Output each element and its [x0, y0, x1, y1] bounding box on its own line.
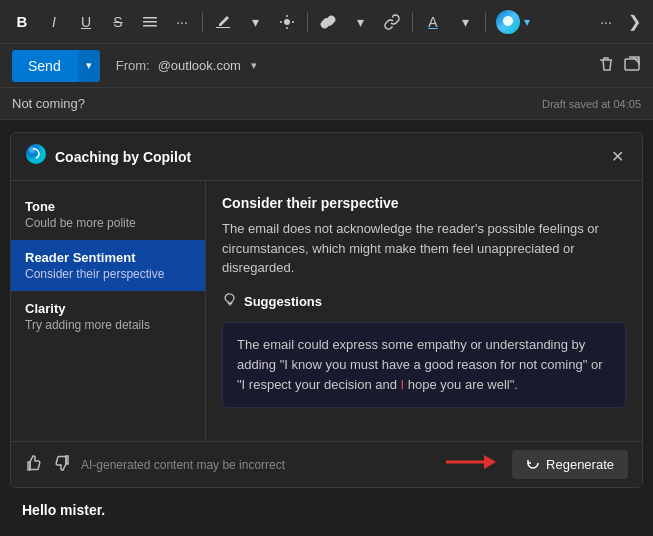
coaching-copilot-icon: [25, 143, 47, 170]
suggestion-box: The email could express some empathy or …: [222, 322, 626, 408]
red-arrow-icon: [446, 451, 496, 473]
email-greeting: Hello mister.: [22, 502, 105, 518]
coaching-item-sentiment-title: Reader Sentiment: [25, 250, 191, 265]
send-button[interactable]: Send: [12, 50, 77, 82]
coaching-item-sentiment-sub: Consider their perspective: [25, 267, 191, 281]
coaching-main-desc: The email does not acknowledge the reade…: [222, 219, 626, 278]
arrow-indicator: [446, 451, 496, 479]
link-button[interactable]: [314, 8, 342, 36]
main-content: Coaching by Copilot ✕ Tone Could be more…: [0, 120, 653, 534]
coaching-item-clarity-title: Clarity: [25, 301, 191, 316]
email-body: Hello mister.: [10, 498, 643, 522]
brightness-button[interactable]: [273, 8, 301, 36]
coaching-item-tone-sub: Could be more polite: [25, 216, 191, 230]
svg-marker-13: [484, 455, 496, 469]
coaching-body: Tone Could be more polite Reader Sentime…: [11, 181, 642, 441]
coaching-item-clarity[interactable]: Clarity Try adding more details: [11, 291, 205, 342]
from-email: @outlook.com: [158, 58, 241, 73]
delete-icon: [597, 55, 615, 73]
from-label: From:: [116, 58, 150, 73]
suggestions-title: Suggestions: [222, 292, 626, 312]
regenerate-label: Regenerate: [546, 457, 614, 472]
svg-point-3: [284, 19, 290, 25]
coaching-header: Coaching by Copilot ✕: [11, 133, 642, 181]
copilot-logo: [501, 15, 515, 29]
divider-1: [202, 12, 203, 32]
coaching-item-tone[interactable]: Tone Could be more polite: [11, 189, 205, 240]
thumbdown-button[interactable]: [53, 454, 71, 476]
coaching-main-title: Consider their perspective: [222, 195, 626, 211]
bulb-icon: [222, 292, 238, 312]
coaching-item-tone-title: Tone: [25, 199, 191, 214]
subject-bar: Not coming? Draft saved at 04:05: [0, 88, 653, 120]
coaching-item-sentiment[interactable]: Reader Sentiment Consider their perspect…: [11, 240, 205, 291]
disclaimer-text: AI-generated content may be incorrect: [81, 458, 436, 472]
coaching-item-clarity-sub: Try adding more details: [25, 318, 191, 332]
delete-button[interactable]: [597, 55, 615, 77]
toolbar-more: ··· ❯: [592, 8, 645, 36]
from-dropdown[interactable]: ▾: [251, 59, 257, 72]
draw-icon: [215, 14, 231, 30]
header-bar: Send ▾ From: @outlook.com ▾: [0, 44, 653, 88]
thumbdown-icon: [53, 454, 71, 472]
regenerate-button[interactable]: Regenerate: [512, 450, 628, 479]
divider-3: [412, 12, 413, 32]
popout-button[interactable]: [623, 55, 641, 77]
collapse-button[interactable]: ❯: [624, 10, 645, 33]
highlight-dropdown[interactable]: ▾: [451, 8, 479, 36]
draw-button[interactable]: [209, 8, 237, 36]
regenerate-icon: [526, 456, 540, 470]
coaching-panel: Coaching by Copilot ✕ Tone Could be more…: [10, 132, 643, 488]
chain-icon: [384, 14, 400, 30]
coaching-title-group: Coaching by Copilot: [25, 143, 191, 170]
bold-button[interactable]: B: [8, 8, 36, 36]
svg-rect-0: [143, 17, 157, 19]
copilot-coaching-logo: [25, 143, 47, 165]
italic-button[interactable]: I: [40, 8, 68, 36]
send-btn-group: Send ▾: [12, 50, 100, 82]
svg-point-9: [26, 144, 46, 164]
coaching-main: Consider their perspective The email doe…: [206, 181, 642, 441]
strikethrough-button[interactable]: S: [104, 8, 132, 36]
suggestions-label: Suggestions: [244, 294, 322, 309]
subject-text: Not coming?: [12, 96, 85, 111]
chain-button[interactable]: [378, 8, 406, 36]
more-format-button[interactable]: ···: [168, 8, 196, 36]
coaching-sidebar: Tone Could be more polite Reader Sentime…: [11, 181, 206, 441]
copilot-icon: [496, 10, 520, 34]
toolbar: B I U S ··· ▾ ▾: [0, 0, 653, 44]
svg-rect-11: [229, 304, 232, 305]
divider-2: [307, 12, 308, 32]
list-icon: [142, 14, 158, 30]
underline-button[interactable]: U: [72, 8, 100, 36]
link-dropdown[interactable]: ▾: [346, 8, 374, 36]
lightbulb-icon: [222, 292, 238, 308]
copilot-button[interactable]: ▾: [492, 8, 534, 36]
coaching-footer: AI-generated content may be incorrect Re…: [11, 441, 642, 487]
copilot-dropdown: ▾: [524, 15, 530, 29]
svg-rect-1: [143, 21, 157, 23]
coaching-close-button[interactable]: ✕: [607, 145, 628, 168]
popout-icon: [623, 55, 641, 73]
overflow-button[interactable]: ···: [592, 8, 620, 36]
suggestion-text2: hope you are well".: [404, 377, 518, 392]
brightness-icon: [279, 14, 295, 30]
thumbup-button[interactable]: [25, 454, 43, 476]
send-dropdown-button[interactable]: ▾: [77, 50, 100, 82]
link-icon: [320, 14, 336, 30]
thumbup-icon: [25, 454, 43, 472]
draft-saved: Draft saved at 04:05: [542, 98, 641, 110]
regen-icon: [526, 456, 540, 473]
highlight-button[interactable]: A: [419, 8, 447, 36]
divider-4: [485, 12, 486, 32]
draw-dropdown[interactable]: ▾: [241, 8, 269, 36]
list-button[interactable]: [136, 8, 164, 36]
coaching-title: Coaching by Copilot: [55, 149, 191, 165]
header-actions: [597, 55, 641, 77]
svg-rect-10: [228, 303, 232, 304]
svg-rect-2: [143, 25, 157, 27]
